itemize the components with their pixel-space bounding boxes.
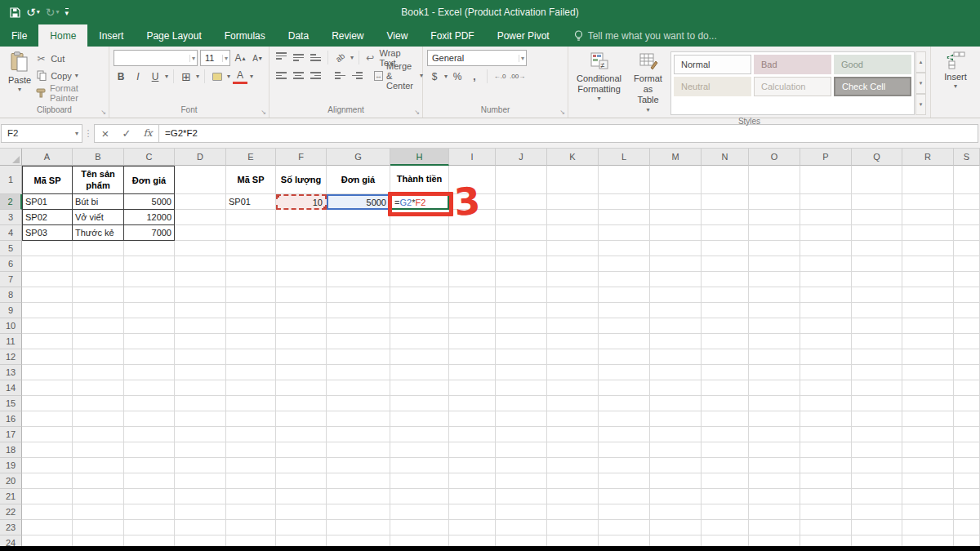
cell-A4[interactable]: SP03 — [22, 225, 73, 241]
cell[interactable] — [800, 334, 852, 349]
cell[interactable] — [496, 520, 547, 535]
cell[interactable] — [547, 504, 599, 520]
cell[interactable] — [599, 287, 650, 303]
cell[interactable] — [226, 349, 276, 365]
row-header-12[interactable]: 12 — [0, 349, 22, 365]
cell[interactable] — [276, 334, 327, 349]
tab-data[interactable]: Data — [277, 24, 320, 47]
bold-button[interactable]: B — [114, 69, 128, 84]
borders-dropdown-icon[interactable]: ▾ — [196, 73, 199, 80]
cell-B4[interactable]: Thước kẻ — [73, 225, 124, 241]
orientation-dropdown-icon[interactable]: ▾ — [350, 54, 354, 61]
tab-page-layout[interactable]: Page Layout — [135, 24, 212, 47]
cell[interactable] — [327, 520, 390, 535]
enter-button[interactable]: ✓ — [116, 127, 137, 140]
cell[interactable] — [852, 380, 902, 396]
cell[interactable] — [650, 458, 702, 473]
cell[interactable] — [390, 241, 449, 256]
cell[interactable] — [954, 504, 980, 520]
cell[interactable] — [175, 241, 226, 256]
cell[interactable] — [327, 504, 390, 520]
cell[interactable] — [496, 241, 547, 256]
cell[interactable] — [650, 396, 702, 411]
cell[interactable] — [124, 458, 175, 473]
gallery-scroll-down-icon[interactable]: ▾ — [915, 73, 926, 94]
cell[interactable] — [954, 427, 980, 442]
cell[interactable] — [599, 225, 650, 241]
cell[interactable] — [226, 473, 276, 489]
cell[interactable] — [902, 166, 954, 194]
cell[interactable] — [22, 241, 73, 256]
cell[interactable] — [749, 520, 800, 535]
cell[interactable] — [800, 396, 852, 411]
row-header-13[interactable]: 13 — [0, 365, 22, 380]
cell[interactable] — [702, 365, 749, 380]
cell-C1[interactable]: Đơn giá — [124, 166, 175, 194]
cell[interactable] — [902, 442, 954, 458]
cell[interactable] — [749, 473, 800, 489]
col-header-R[interactable]: R — [902, 149, 954, 166]
col-header-H[interactable]: H — [390, 149, 449, 166]
cell[interactable] — [327, 272, 390, 287]
cell[interactable] — [650, 194, 702, 210]
cell[interactable] — [902, 225, 954, 241]
cell[interactable] — [22, 489, 73, 504]
cell-A3[interactable]: SP02 — [22, 210, 73, 225]
cell[interactable] — [902, 380, 954, 396]
cell[interactable] — [749, 365, 800, 380]
cell[interactable] — [954, 210, 980, 225]
cell[interactable] — [124, 489, 175, 504]
cell[interactable] — [800, 380, 852, 396]
cell[interactable] — [175, 225, 226, 241]
cell[interactable] — [650, 442, 702, 458]
cell[interactable] — [800, 365, 852, 380]
cell[interactable] — [650, 318, 702, 334]
font-color-button[interactable]: A — [233, 69, 247, 84]
cell[interactable] — [276, 287, 327, 303]
tab-file[interactable]: File — [0, 24, 38, 47]
borders-button[interactable]: ⊞ — [179, 69, 194, 84]
cell-E2[interactable]: SP01 — [226, 194, 276, 210]
save-button[interactable] — [10, 7, 20, 18]
cell[interactable] — [902, 411, 954, 427]
cell[interactable] — [124, 272, 175, 287]
cell[interactable] — [852, 520, 902, 535]
select-all-corner[interactable] — [0, 149, 22, 166]
cell[interactable] — [327, 256, 390, 272]
cell[interactable] — [226, 334, 276, 349]
cell[interactable] — [599, 504, 650, 520]
cell[interactable] — [599, 411, 650, 427]
cut-button[interactable]: ✂ Cut — [35, 51, 105, 66]
cell[interactable] — [749, 504, 800, 520]
cell[interactable] — [175, 194, 226, 210]
cell[interactable] — [954, 442, 980, 458]
cell[interactable] — [276, 349, 327, 365]
cell[interactable] — [276, 210, 327, 225]
row-header-3[interactable]: 3 — [0, 210, 22, 225]
cell[interactable] — [852, 272, 902, 287]
merge-center-button[interactable]: ↔ Merge & Center ▾ — [374, 68, 423, 83]
cell[interactable] — [954, 458, 980, 473]
cell[interactable] — [599, 473, 650, 489]
cell[interactable] — [852, 365, 902, 380]
cell-G1[interactable]: Đơn giá — [327, 166, 390, 194]
cell[interactable] — [800, 210, 852, 225]
gallery-more-icon[interactable]: ▾ — [915, 94, 926, 115]
cell[interactable] — [327, 489, 390, 504]
cell[interactable] — [852, 210, 902, 225]
tab-insert[interactable]: Insert — [87, 24, 135, 47]
col-header-A[interactable]: A — [22, 149, 73, 166]
fill-color-dropdown-icon[interactable]: ▾ — [227, 73, 230, 80]
cell[interactable] — [124, 365, 175, 380]
cell[interactable] — [175, 380, 226, 396]
cell[interactable] — [702, 318, 749, 334]
cell[interactable] — [749, 318, 800, 334]
cell[interactable] — [22, 427, 73, 442]
cell[interactable] — [327, 225, 390, 241]
tab-power-pivot[interactable]: Power Pivot — [486, 24, 561, 47]
cell[interactable] — [390, 520, 449, 535]
col-header-S[interactable]: S — [954, 149, 980, 166]
cell[interactable] — [749, 489, 800, 504]
cell[interactable] — [800, 349, 852, 365]
cell[interactable] — [175, 318, 226, 334]
